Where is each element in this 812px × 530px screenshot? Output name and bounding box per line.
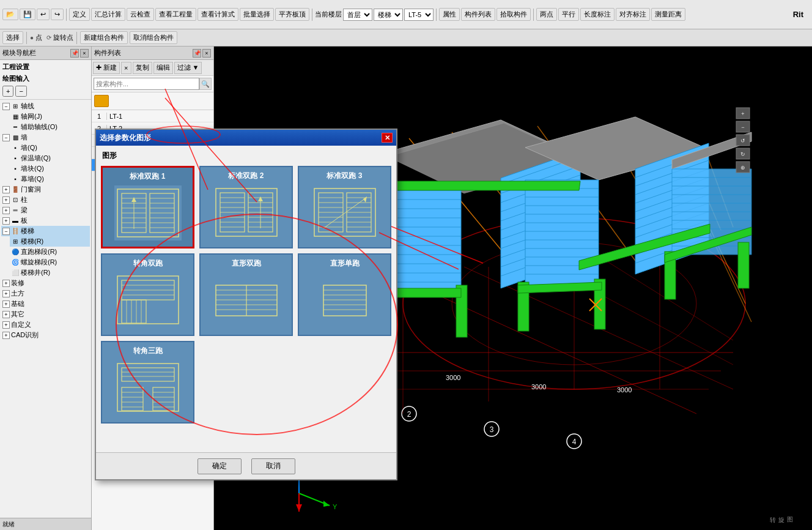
svg-rect-215 xyxy=(122,368,174,381)
shape-title-std-double-1: 标准双跑 1 xyxy=(130,171,165,182)
shape-card-corner-triple[interactable]: 转角三跑 xyxy=(101,341,194,424)
modal-cancel-btn[interactable]: 取消 xyxy=(251,458,295,474)
shape-preview-std-double-1 xyxy=(114,185,182,241)
modal-footer: 确定 取消 xyxy=(96,452,396,479)
modal-confirm-btn[interactable]: 确定 xyxy=(197,458,242,474)
shape-preview-std-double-2 xyxy=(213,185,280,240)
shape-title-std-double-2: 标准双跑 2 xyxy=(228,171,264,181)
shape-preview-rect-single xyxy=(311,272,378,327)
shape-title-corner-triple: 转角三跑 xyxy=(133,346,163,356)
shape-title-std-double-3: 标准双跑 3 xyxy=(327,171,362,181)
modal-title: 选择参数化图形 xyxy=(100,133,151,143)
svg-marker-152 xyxy=(131,197,136,202)
modal-dialog: 选择参数化图形 ✕ 图形 标准双跑 1 xyxy=(95,129,397,480)
svg-rect-193 xyxy=(122,300,146,323)
shape-preview-std-double-3 xyxy=(311,185,378,240)
modal-overlay: 选择参数化图形 ✕ 图形 标准双跑 1 xyxy=(0,0,812,530)
svg-line-189 xyxy=(323,198,366,228)
shape-title-rect-double: 直形双跑 xyxy=(232,258,261,269)
svg-rect-208 xyxy=(323,285,366,316)
shape-card-std-double-3[interactable]: 标准双跑 3 xyxy=(298,166,391,248)
modal-grid: 标准双跑 1 xyxy=(101,166,391,424)
shape-card-rect-single[interactable]: 直形单跑 xyxy=(298,253,391,336)
svg-line-131 xyxy=(391,226,483,263)
shape-title-rect-single: 直形单跑 xyxy=(330,258,360,269)
shape-card-corner-double[interactable]: 转角双跑 xyxy=(101,253,194,336)
modal-body: 图形 标准双跑 1 xyxy=(96,146,396,452)
shape-card-rect-double[interactable]: 直形双跑 xyxy=(199,253,293,336)
modal-section-label: 图形 xyxy=(101,151,391,161)
svg-marker-190 xyxy=(363,196,367,203)
shape-preview-corner-double xyxy=(114,272,182,327)
shape-title-corner-double: 转角双跑 xyxy=(133,258,163,269)
shape-preview-rect-double xyxy=(213,272,280,327)
shape-preview-corner-triple xyxy=(114,360,182,415)
modal-titlebar: 选择参数化图形 ✕ xyxy=(96,130,396,146)
shape-card-std-double-2[interactable]: 标准双跑 2 xyxy=(199,166,293,248)
svg-marker-171 xyxy=(258,196,263,201)
modal-close-btn[interactable]: ✕ xyxy=(382,133,393,143)
shape-card-std-double-1[interactable]: 标准双跑 1 xyxy=(101,166,194,248)
